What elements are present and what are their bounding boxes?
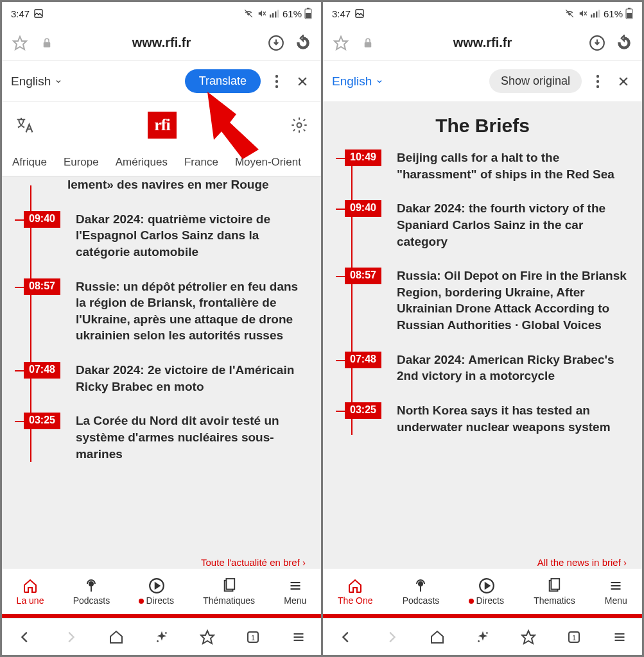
language-label: English — [332, 74, 372, 89]
nav-label: The One — [338, 595, 372, 606]
news-item[interactable]: 09:40 Dakar 2024: the fourth victory of … — [351, 200, 632, 250]
more-icon[interactable] — [588, 72, 607, 91]
news-item[interactable]: 08:57 Russia: Oil Depot on Fire in the B… — [351, 268, 632, 334]
translate-button[interactable]: Translate — [185, 69, 261, 93]
reload-icon[interactable] — [615, 34, 633, 52]
tab-moyen-orient[interactable]: Moyen-Orient — [235, 156, 301, 169]
show-original-button[interactable]: Show original — [489, 69, 582, 93]
nav-podcasts[interactable]: Podcasts — [73, 577, 110, 606]
favorite-star-icon[interactable] — [332, 34, 350, 52]
nav-label: La une — [17, 595, 44, 606]
download-icon[interactable] — [267, 34, 285, 52]
phone-left: 3:47 61% www.rfi.fr — [2, 2, 321, 655]
reload-icon[interactable] — [294, 34, 312, 52]
news-item[interactable]: 07:48 Dakar 2024: 2e victoire de l'Améri… — [30, 362, 311, 395]
menu-icon[interactable] — [289, 627, 308, 647]
svg-point-16 — [275, 85, 278, 87]
news-content[interactable]: The Briefs 10:49 Beijing calls for a hal… — [323, 102, 642, 568]
language-select[interactable]: English — [332, 74, 383, 89]
tab-france[interactable]: France — [184, 156, 218, 169]
news-item[interactable]: lement» des navires en mer Rouge — [30, 182, 311, 193]
tab-europe[interactable]: Europe — [64, 156, 99, 169]
nav-label: Podcasts — [403, 595, 440, 606]
close-icon[interactable] — [614, 72, 633, 91]
headline: Dakar 2024: 2e victoire de l'Américain R… — [76, 362, 311, 395]
svg-marker-23 — [155, 583, 160, 588]
nav-directs[interactable]: Directs — [139, 577, 174, 606]
chevron-down-icon — [55, 78, 62, 85]
nav-label: Menu — [605, 595, 627, 606]
back-icon[interactable] — [336, 627, 356, 647]
svg-rect-7 — [277, 10, 279, 17]
forward-icon[interactable] — [61, 627, 80, 647]
news-item[interactable]: 09:40 Dakar 2024: quatrième victoire de … — [30, 211, 311, 260]
news-item[interactable]: 03:25 North Korea says it has tested an … — [351, 402, 632, 435]
headline: lement» des navires en mer Rouge — [67, 176, 311, 193]
svg-rect-49 — [365, 42, 372, 47]
bookmark-star-icon[interactable] — [198, 627, 217, 647]
translate-icon[interactable] — [15, 115, 34, 135]
news-item[interactable]: 10:49 Beijing calls for a halt to the "h… — [351, 149, 632, 182]
more-link[interactable]: Toute l'actualité en bref — [201, 557, 311, 568]
forward-icon[interactable] — [382, 627, 401, 647]
svg-rect-12 — [44, 42, 51, 47]
category-tabs[interactable]: Afrique Europe Amériques France Moyen-Or… — [2, 148, 321, 176]
nav-label: Thematics — [534, 595, 575, 606]
site-bottom-nav: La une Podcasts Directs Thématiques Menu — [2, 568, 321, 614]
svg-rect-47 — [627, 13, 632, 18]
nav-thematics[interactable]: Thematics — [534, 577, 575, 606]
svg-line-1 — [245, 10, 252, 17]
image-icon — [33, 8, 44, 19]
menu-icon[interactable] — [610, 627, 629, 647]
svg-rect-46 — [628, 8, 631, 9]
image-icon — [354, 8, 365, 19]
svg-rect-6 — [275, 12, 276, 18]
svg-marker-31 — [201, 631, 214, 644]
news-content[interactable]: lement» des navires en mer Rouge 09:40 D… — [2, 176, 321, 568]
headline: Dakar 2024: quatrième victoire de l'Espa… — [76, 211, 311, 260]
url-text[interactable]: www.rfi.fr — [386, 35, 579, 50]
close-icon[interactable] — [293, 72, 312, 91]
lock-icon — [359, 34, 377, 52]
news-item[interactable]: 03:25 La Corée du Nord dit avoir testé u… — [30, 413, 311, 462]
news-item[interactable]: 08:57 Russie: un dépôt pétrolier en feu … — [30, 278, 311, 345]
svg-rect-60 — [552, 579, 560, 590]
language-select[interactable]: English — [11, 74, 62, 89]
nav-home[interactable]: La une — [17, 577, 44, 606]
battery-icon — [625, 8, 633, 19]
browser-bottom-bar: 1 — [323, 618, 642, 655]
svg-rect-4 — [270, 15, 271, 18]
svg-rect-43 — [596, 12, 597, 18]
nav-home[interactable]: The One — [338, 577, 372, 606]
more-link[interactable]: All the news in brief — [537, 557, 632, 568]
time-tag: 08:57 — [24, 278, 60, 295]
nav-thematics[interactable]: Thématiques — [203, 577, 255, 606]
download-icon[interactable] — [588, 34, 606, 52]
status-time: 3:47 — [332, 8, 351, 19]
nav-podcasts[interactable]: Podcasts — [403, 577, 440, 606]
phone-right: 3:47 61% www.rfi.fr English — [323, 2, 642, 655]
sparkle-icon[interactable] — [473, 627, 492, 647]
nav-menu[interactable]: Menu — [605, 577, 627, 606]
bookmark-star-icon[interactable] — [519, 627, 538, 647]
svg-point-19 — [297, 123, 301, 128]
rfi-logo[interactable]: rfi — [148, 112, 176, 139]
gear-icon[interactable] — [290, 116, 308, 134]
url-text[interactable]: www.rfi.fr — [65, 35, 258, 50]
news-item[interactable]: 07:48 Dakar 2024: American Ricky Brabec'… — [351, 352, 632, 384]
tabs-icon[interactable]: 1 — [243, 627, 263, 647]
nav-menu[interactable]: Menu — [284, 577, 306, 606]
sparkle-icon[interactable] — [152, 627, 171, 647]
home-icon[interactable] — [107, 627, 126, 647]
more-icon[interactable] — [267, 72, 286, 91]
tab-ameriques[interactable]: Amériques — [116, 156, 168, 169]
back-icon[interactable] — [15, 627, 35, 647]
signal-icon — [591, 9, 601, 18]
svg-point-64 — [486, 632, 488, 634]
nav-directs[interactable]: Directs — [469, 577, 504, 606]
tabs-icon[interactable]: 1 — [564, 627, 584, 647]
time-tag: 07:48 — [345, 352, 381, 368]
tab-afrique[interactable]: Afrique — [12, 156, 47, 169]
favorite-star-icon[interactable] — [11, 34, 29, 52]
home-icon[interactable] — [428, 627, 447, 647]
